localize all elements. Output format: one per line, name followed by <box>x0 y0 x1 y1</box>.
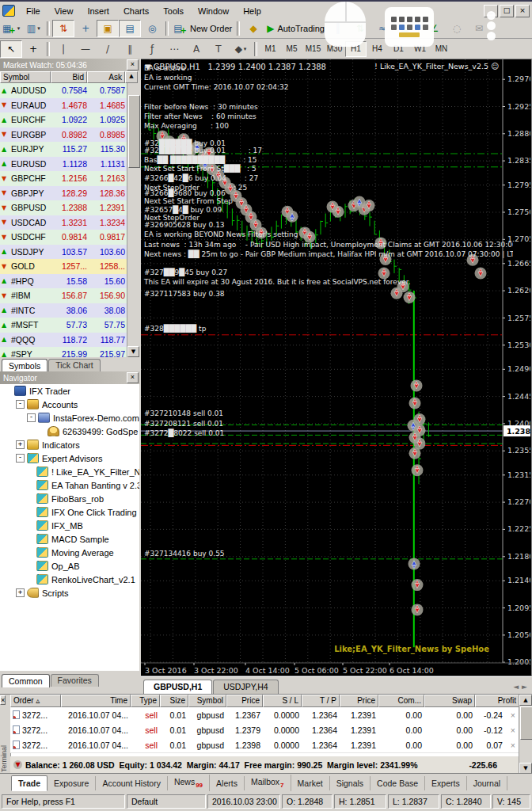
orders-column-price[interactable]: Price <box>226 695 263 707</box>
terminal-tab-market[interactable]: Market <box>291 776 330 790</box>
market-watch-toggle[interactable]: ⇅ <box>52 20 74 37</box>
status-profile[interactable]: Default <box>127 794 206 809</box>
market-watch-row[interactable]: ▲#HPQ15.5815.60 <box>0 274 139 289</box>
label-tool[interactable]: T <box>207 40 230 58</box>
market-watch-row[interactable]: ▲#QQQ118.72118.77 <box>0 333 139 348</box>
tree-item-op-ab[interactable]: Op_AB <box>0 559 139 573</box>
close-button[interactable]: × <box>515 5 530 17</box>
terminal-tab-experts[interactable]: Experts <box>425 776 467 790</box>
orders-column-type[interactable]: Type <box>131 695 160 707</box>
orders-column-com-[interactable]: Com... <box>378 695 424 707</box>
market-watch-row[interactable]: ▼EURAUD1.46781.4685 <box>0 98 139 113</box>
tree-item-accounts[interactable]: -Accounts <box>0 398 139 411</box>
order-row[interactable]: 3272...2016.10.07 04...sell0.01gbpusd1.2… <box>10 737 519 753</box>
column-header-bid[interactable]: Bid <box>51 71 87 83</box>
menu-file[interactable]: File <box>19 5 48 17</box>
market-watch-row[interactable]: ▲AUDUSD0.75840.7587 <box>0 83 139 98</box>
tree-item-62639499-godspe[interactable]: 62639499: GodSpe <box>0 425 139 438</box>
market-watch-row[interactable]: ▼USDCAD1.32311.3234 <box>0 215 139 230</box>
menu-window[interactable]: Window <box>191 5 236 17</box>
market-watch-row[interactable]: ▼GOLD1257...1258... <box>0 259 139 274</box>
terminal-tab-exposure[interactable]: Exposure <box>48 776 96 790</box>
tree-item-ifx-trader[interactable]: IFX Trader <box>0 384 139 398</box>
tree-item-ea-tahan-banting-v-2-3[interactable]: EA Tahan Banting v 2.3 <box>0 478 139 492</box>
timeframe-m15[interactable]: M15 <box>302 41 324 57</box>
orders-column-size[interactable]: Size <box>160 695 188 707</box>
timeframe-m5[interactable]: M5 <box>281 41 302 57</box>
new-order-button[interactable]: ▤+New Order <box>171 20 234 37</box>
zoom-in-button[interactable]: ◌ <box>446 20 468 37</box>
expand-icon[interactable]: + <box>16 588 25 597</box>
collapse-icon[interactable]: - <box>27 413 36 422</box>
chart-tab-gbpusd-h1[interactable]: GBPUSD,H1 <box>143 680 212 694</box>
menu-charts[interactable]: Charts <box>116 5 156 17</box>
terminal-tab-signals[interactable]: Signals <box>330 776 370 790</box>
fibonacci-tool[interactable]: ƒ <box>141 40 163 58</box>
scroll-left-icon[interactable]: ◄ <box>513 683 519 691</box>
horizontal-line-tool[interactable]: — <box>74 40 97 58</box>
market-watch-row[interactable]: ▲#MSFT57.7357.75 <box>0 318 139 333</box>
trendline-tool[interactable]: / <box>97 40 119 58</box>
orders-column-symbol[interactable]: Symbol <box>188 695 226 707</box>
tab-favorites[interactable]: Favorites <box>51 674 99 687</box>
market-watch-row[interactable]: ▼GBPJPY128.29128.36 <box>0 186 139 201</box>
market-watch-row[interactable]: ▼USDCHF0.98140.9817 <box>0 230 139 245</box>
market-watch-row[interactable]: ▲EURCHF1.09221.0925 <box>0 112 139 128</box>
menu-help[interactable]: Help <box>236 5 268 17</box>
tab-common[interactable]: Common <box>2 674 50 687</box>
orders-column-swap[interactable]: Swap <box>424 695 475 707</box>
market-watch-row[interactable]: ▲EURJPY115.27115.30 <box>0 142 139 157</box>
timeframe-mn[interactable]: MN <box>431 41 452 57</box>
menu-insert[interactable]: Insert <box>80 5 116 17</box>
orders-column-price[interactable]: Price <box>340 695 378 707</box>
text-tool[interactable]: A <box>185 40 207 58</box>
tree-item-expert-advisors[interactable]: -Expert Advisors <box>0 451 139 465</box>
tree-item-instaforex-demo-com[interactable]: -InstaForex-Demo.com <box>0 411 139 425</box>
market-watch-row[interactable]: ▼GBPCHF1.21561.2163 <box>0 171 139 186</box>
terminal-tab-alerts[interactable]: Alerts <box>210 776 245 790</box>
scroll-down-icon[interactable]: ▼ <box>127 346 139 357</box>
market-watch-row[interactable]: ▲#INTC38.0638.08 <box>0 303 139 318</box>
terminal-close-icon[interactable]: × <box>0 695 6 705</box>
market-watch-scrollbar[interactable]: ▼ <box>127 83 139 357</box>
column-header-ask[interactable]: Ask <box>87 71 125 83</box>
navigator-toggle[interactable]: ▣ <box>97 20 119 37</box>
chart-tab-usdjpy-h4[interactable]: USDJPY,H4 <box>213 680 278 694</box>
vertical-line-tool[interactable]: | <box>52 40 74 58</box>
order-row[interactable]: 3272...2016.10.07 04...sell0.01gbpusd1.2… <box>10 707 519 723</box>
market-watch-row[interactable]: ▼GBPUSD1.23881.2391 <box>0 200 139 215</box>
terminal-tab-code-base[interactable]: Code Base <box>370 776 425 790</box>
tree-item-indicators[interactable]: +Indicators <box>0 438 139 451</box>
autotrading-button[interactable]: ▶AutoTrading <box>264 20 327 37</box>
strategy-tester-button[interactable]: ◎ <box>141 20 163 37</box>
new-chart-button[interactable]: ▦+▾ <box>0 20 22 37</box>
timeframe-m1[interactable]: M1 <box>260 41 281 57</box>
terminal-tab-trade[interactable]: Trade <box>11 775 48 791</box>
tree-item-renkolivechart-v2-1[interactable]: RenkoLiveChart_v2.1 <box>0 573 139 586</box>
tree-item-ifx-mb[interactable]: IFX_MB <box>0 519 139 532</box>
market-watch-close-icon[interactable]: × <box>127 59 139 70</box>
market-watch-row[interactable]: ▲#SPY215.99215.97 <box>0 347 139 357</box>
tree-item-scripts[interactable]: +Scripts <box>0 586 139 600</box>
orders-column-profit[interactable]: Profit <box>475 695 519 707</box>
orders-column-s-l[interactable]: S / L <box>263 695 302 707</box>
column-header-symbol[interactable]: Symbol <box>0 71 51 83</box>
tree-item-fibobars-rob[interactable]: FiboBars_rob <box>0 492 139 505</box>
market-watch-row[interactable]: ▼#IBM156.87156.90 <box>0 288 139 303</box>
order-row[interactable]: 3272...2016.10.07 04...sell0.01gbpusd1.2… <box>10 722 519 738</box>
orders-column-order[interactable]: Order ▵ <box>10 695 61 707</box>
tab-symbols[interactable]: Symbols <box>2 359 48 372</box>
terminal-tab-journal[interactable]: Journal <box>467 776 507 790</box>
expert-advisors-button[interactable]: ◆ <box>242 20 264 37</box>
close-order-icon[interactable]: × <box>508 710 518 720</box>
terminal-scrollbar[interactable]: ▲ ▼ <box>519 695 532 774</box>
cursor-tool[interactable]: ↖ <box>0 40 22 58</box>
terminal-toggle[interactable]: ▤ <box>119 20 141 37</box>
scroll-right-icon[interactable]: ► <box>522 683 527 691</box>
close-order-icon[interactable]: × <box>508 725 518 735</box>
tree-item-macd-sample[interactable]: MACD Sample <box>0 532 139 546</box>
collapse-icon[interactable]: - <box>16 454 25 463</box>
terminal-tab-mailbox[interactable]: Mailbox7 <box>245 775 291 791</box>
grid-tool[interactable]: ⋯ <box>163 40 185 58</box>
tree-item-moving-average[interactable]: Moving Average <box>0 546 139 559</box>
